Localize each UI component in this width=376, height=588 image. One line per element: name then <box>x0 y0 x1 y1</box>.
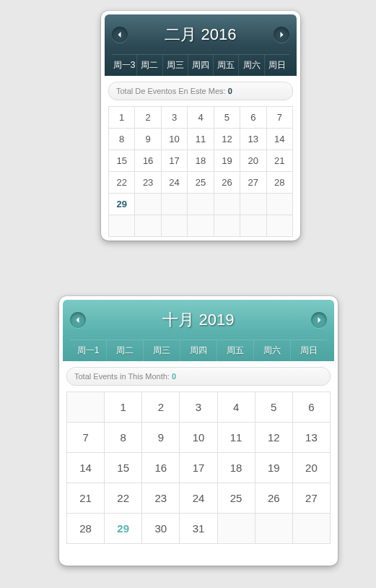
day-cell[interactable]: 3 <box>180 392 217 423</box>
day-cell[interactable]: 22 <box>105 483 142 514</box>
day-cell[interactable]: 15 <box>105 453 142 483</box>
day-cell[interactable]: 29 <box>105 514 142 544</box>
day-cell[interactable]: 20 <box>240 150 266 172</box>
next-month-button[interactable] <box>311 312 327 328</box>
day-cell[interactable]: 5 <box>255 392 293 423</box>
day-cell[interactable]: 9 <box>142 423 180 453</box>
day-cell[interactable]: 26 <box>214 172 240 194</box>
day-cell[interactable]: 9 <box>135 129 161 150</box>
events-summary: Total Events in This Month: 0 <box>66 367 331 386</box>
day-cell[interactable]: 19 <box>214 150 240 172</box>
weekday-label: 周六 <box>239 55 264 76</box>
day-cell-empty <box>267 194 293 215</box>
calendar-header: 十月 2019 周一1周二周三周四周五周六周日 <box>63 300 334 361</box>
chevron-left-icon <box>117 32 123 38</box>
day-cell[interactable]: 6 <box>240 107 266 129</box>
header-top: 十月 2019 <box>70 306 327 340</box>
weekday-label: 周六 <box>254 340 291 361</box>
day-cell[interactable]: 29 <box>109 194 135 215</box>
day-cell[interactable]: 5 <box>214 107 240 129</box>
day-cell[interactable]: 19 <box>255 453 293 483</box>
day-cell[interactable]: 8 <box>109 129 135 150</box>
month-year-title: 十月 2019 <box>162 309 234 331</box>
day-cell[interactable]: 13 <box>240 129 266 150</box>
day-cell[interactable]: 26 <box>255 483 293 514</box>
day-cell[interactable]: 4 <box>218 392 255 423</box>
weekday-label: 周一1 <box>70 340 107 361</box>
day-cell[interactable]: 23 <box>135 172 161 194</box>
day-cell[interactable]: 16 <box>135 150 161 172</box>
day-cell[interactable]: 25 <box>218 483 255 514</box>
day-cell[interactable]: 17 <box>180 453 217 483</box>
day-cell[interactable]: 7 <box>67 423 105 453</box>
day-cell[interactable]: 14 <box>267 129 293 150</box>
day-cell[interactable]: 20 <box>293 453 331 483</box>
day-cell[interactable]: 21 <box>67 483 105 514</box>
header-top: 二月 2016 <box>112 20 289 54</box>
chevron-left-icon <box>75 317 81 323</box>
day-cell[interactable]: 18 <box>188 150 214 172</box>
day-cell[interactable]: 24 <box>162 172 188 194</box>
weekday-label: 周四 <box>188 55 214 76</box>
day-cell[interactable]: 10 <box>180 423 217 453</box>
calendar-dark: 二月 2016 周一3周二周三周四周五周六周日 Total De Eventos… <box>101 11 300 241</box>
prev-month-button[interactable] <box>112 27 128 43</box>
chevron-right-icon <box>316 317 322 323</box>
summary-label: Total Events in This Month: <box>74 372 172 381</box>
day-cell[interactable]: 13 <box>293 423 331 453</box>
day-cell[interactable]: 24 <box>180 483 217 514</box>
prev-month-button[interactable] <box>70 312 86 328</box>
day-cell[interactable]: 11 <box>188 129 214 150</box>
weekday-row: 周一1周二周三周四周五周六周日 <box>70 340 327 361</box>
day-cell[interactable]: 1 <box>105 392 142 423</box>
next-month-button[interactable] <box>274 27 289 43</box>
day-cell[interactable]: 12 <box>214 129 240 150</box>
day-cell[interactable]: 2 <box>135 107 161 129</box>
day-cell[interactable]: 8 <box>105 423 142 453</box>
day-cell-empty <box>162 194 188 215</box>
weekday-row: 周一3周二周三周四周五周六周日 <box>112 54 289 76</box>
day-cell[interactable]: 16 <box>142 453 180 483</box>
day-cell[interactable]: 15 <box>109 150 135 172</box>
day-cell[interactable]: 27 <box>240 172 266 194</box>
day-cell-empty <box>240 215 266 237</box>
day-cell[interactable]: 25 <box>188 172 214 194</box>
weekday-label: 周三 <box>144 340 180 361</box>
day-cell[interactable]: 27 <box>293 483 331 514</box>
day-cell[interactable]: 7 <box>267 107 293 129</box>
weekday-label: 周三 <box>163 55 188 76</box>
day-cell[interactable]: 28 <box>267 172 293 194</box>
day-cell[interactable]: 28 <box>67 514 105 544</box>
day-cell[interactable]: 30 <box>142 514 180 544</box>
chevron-right-icon <box>279 32 284 38</box>
day-cell[interactable]: 11 <box>218 423 255 453</box>
day-cell[interactable]: 3 <box>162 107 188 129</box>
month-year-title: 二月 2016 <box>165 24 236 46</box>
day-cell[interactable]: 31 <box>180 514 217 544</box>
day-grid: 1234567891011121314151617181920212223242… <box>66 392 331 544</box>
day-grid: 1234567891011121314151617181920212223242… <box>108 106 293 237</box>
calendar-teal: 十月 2019 周一1周二周三周四周五周六周日 Total Events in … <box>59 296 338 566</box>
day-cell[interactable]: 23 <box>142 483 180 514</box>
day-cell[interactable]: 17 <box>162 150 188 172</box>
day-cell[interactable]: 4 <box>188 107 214 129</box>
weekday-label: 周日 <box>265 55 289 76</box>
day-cell[interactable]: 22 <box>109 172 135 194</box>
weekday-label: 周四 <box>180 340 217 361</box>
day-cell-empty <box>267 215 293 237</box>
day-cell[interactable]: 10 <box>162 129 188 150</box>
weekday-label: 周二 <box>107 340 144 361</box>
day-cell-empty <box>188 215 214 237</box>
day-cell[interactable]: 14 <box>67 453 105 483</box>
day-cell[interactable]: 21 <box>267 150 293 172</box>
day-cell[interactable]: 6 <box>293 392 331 423</box>
day-cell[interactable]: 1 <box>109 107 135 129</box>
day-cell-empty <box>293 514 331 544</box>
day-cell[interactable]: 2 <box>142 392 180 423</box>
day-cell-empty <box>67 392 105 423</box>
day-cell-empty <box>214 215 240 237</box>
day-cell[interactable]: 18 <box>218 453 255 483</box>
day-cell-empty <box>240 194 266 215</box>
day-cell-empty <box>109 215 135 237</box>
day-cell[interactable]: 12 <box>255 423 293 453</box>
